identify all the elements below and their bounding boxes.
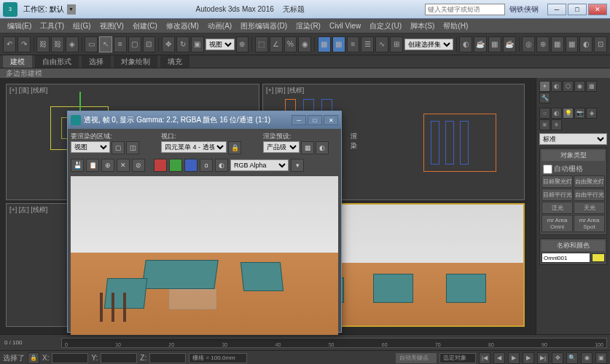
display-tab[interactable]: ▦ [586, 81, 597, 92]
autogrid-checkbox[interactable] [543, 165, 552, 174]
clear-button[interactable]: ⊘ [132, 159, 145, 172]
snap-button[interactable]: ⬚ [255, 36, 268, 52]
layers-button[interactable]: ☰ [361, 36, 374, 52]
green-channel-button[interactable] [169, 159, 182, 172]
copy-img-button[interactable]: 📋 [86, 159, 99, 172]
move-button[interactable]: ✥ [162, 36, 175, 52]
menu-Civil View[interactable]: Civil View [325, 22, 365, 30]
maximize-button[interactable]: □ [568, 4, 587, 15]
nav-max-button[interactable]: ▣ [595, 352, 607, 364]
menu-帮助(H)[interactable]: 帮助(H) [439, 21, 472, 31]
helpers-subtab[interactable]: ◈ [586, 108, 597, 119]
skylight-button[interactable]: 天光 [574, 202, 605, 214]
menu-工具(T)[interactable]: 工具(T) [36, 21, 69, 31]
tool3-button[interactable]: ▦ [551, 36, 564, 52]
blue-channel-button[interactable] [184, 159, 198, 172]
menu-渲染(R)[interactable]: 渲染(R) [292, 21, 325, 31]
ribbon-tab-3[interactable]: 对象绘制 [114, 55, 157, 68]
play-next-button[interactable]: ▶ [523, 352, 534, 364]
x-coord-field[interactable] [52, 353, 88, 363]
nav-zoom-button[interactable]: 🔍 [566, 352, 578, 364]
object-type-header[interactable]: 对象类型 [541, 150, 605, 161]
render-viewport-dropdown[interactable]: 四元菜单 4 - 透视 [161, 141, 227, 153]
shapes-subtab[interactable]: ◐ [551, 108, 562, 119]
play-end-button[interactable]: ▶| [537, 352, 549, 364]
nav-orbit-button[interactable]: ◉ [581, 352, 593, 364]
window-crossing-button[interactable]: ⊡ [143, 36, 156, 52]
named-selection-dropdown[interactable]: 创建选择集 [404, 39, 453, 50]
category-dropdown[interactable]: 标准 [539, 133, 607, 145]
play-start-button[interactable]: |◀ [479, 352, 490, 364]
percent-snap-button[interactable]: % [284, 36, 297, 52]
target-spot-button[interactable]: 目标聚光灯 [541, 175, 573, 188]
object-name-input[interactable] [541, 253, 590, 263]
cameras-subtab[interactable]: 📷 [574, 108, 585, 119]
align-button[interactable]: ≡ [347, 36, 360, 52]
bind-button[interactable]: ◈ [66, 36, 79, 52]
spinner-snap-button[interactable]: ◉ [298, 36, 311, 52]
select-region-button[interactable]: ▢ [128, 36, 141, 52]
coord-system-dropdown[interactable]: 视图 [206, 39, 235, 50]
spacewarps-subtab[interactable]: ≋ [539, 119, 550, 130]
tool4-button[interactable]: ▦ [566, 36, 579, 52]
ch-btn[interactable]: ▾ [291, 159, 304, 172]
close-button[interactable]: ✕ [588, 4, 607, 15]
tool6-button[interactable]: ⊡ [594, 36, 607, 52]
red-channel-button[interactable] [154, 159, 167, 172]
object-color-swatch[interactable] [592, 253, 605, 262]
area-btn2[interactable]: ◫ [126, 141, 139, 154]
modify-tab[interactable]: ◐ [551, 81, 562, 92]
minimize-button[interactable]: ─ [547, 4, 566, 15]
curve-editor-button[interactable]: ∿ [375, 36, 388, 52]
render-frame-button[interactable]: ▦ [488, 36, 501, 52]
menu-修改器(M)[interactable]: 修改器(M) [162, 21, 203, 31]
preset-btn2[interactable]: ◐ [316, 141, 329, 154]
menu-图形编辑器(D)[interactable]: 图形编辑器(D) [236, 21, 292, 31]
rotate-button[interactable]: ↻ [176, 36, 189, 52]
render-preset-dropdown[interactable]: 产品级 [263, 141, 300, 153]
ribbon-tab-4[interactable]: 填充 [160, 55, 189, 68]
mirror-button[interactable]: ▦ [332, 36, 345, 52]
ribbon-body[interactable]: 多边形建模 [0, 68, 610, 78]
lights-subtab[interactable]: 💡 [563, 108, 574, 119]
omni-button[interactable]: 泛光 [541, 202, 573, 214]
menu-动画(A)[interactable]: 动画(A) [203, 21, 236, 31]
user-label[interactable]: 钢铁侠钢 [509, 4, 539, 15]
ribbon-tab-1[interactable]: 自由形式 [35, 55, 79, 68]
render-setup-button[interactable]: ☕ [474, 36, 487, 52]
render-max-button[interactable]: □ [308, 115, 322, 125]
vp-lock-button[interactable]: 🔒 [228, 141, 241, 154]
scale-button[interactable]: ▣ [191, 36, 204, 52]
render-close-button[interactable]: ✕ [324, 115, 338, 125]
render-button[interactable]: ☕ [503, 36, 516, 52]
pivot-button[interactable]: ⊕ [236, 36, 249, 52]
name-color-header[interactable]: 名称和颜色 [541, 240, 605, 251]
channel-dropdown[interactable]: RGB Alpha [230, 159, 289, 171]
autokey-button[interactable]: 自动关键点 [396, 353, 437, 363]
ribbon-tab-0[interactable]: 建模 [3, 55, 32, 68]
z-coord-field[interactable] [149, 353, 186, 363]
free-direct-button[interactable]: 自由平行光 [574, 189, 605, 201]
play-button[interactable]: ▶ [508, 352, 520, 364]
create-tab[interactable]: ✦ [539, 81, 550, 92]
print-button[interactable]: ✕ [117, 159, 130, 172]
tool5-button[interactable]: ◐ [579, 36, 593, 52]
nav-pan-button[interactable]: ✥ [552, 352, 563, 364]
menu-自定义(U)[interactable]: 自定义(U) [365, 21, 406, 31]
systems-subtab[interactable]: ✳ [551, 119, 562, 130]
redo-button[interactable]: ↷ [17, 36, 31, 52]
target-direct-button[interactable]: 目标平行光 [541, 189, 573, 201]
render-area-dropdown[interactable]: 视图 [71, 141, 110, 153]
preset-btn1[interactable]: ▦ [301, 141, 314, 154]
render-min-button[interactable]: ─ [292, 115, 306, 125]
area-btn1[interactable]: ▢ [112, 141, 125, 154]
lock-button[interactable]: 🔒 [28, 352, 39, 364]
tool2-button[interactable]: ⊕ [536, 36, 550, 52]
select-object-button[interactable]: ↖ [99, 36, 112, 52]
hierarchy-tab[interactable]: ⬡ [563, 81, 574, 92]
motion-tab[interactable]: ◉ [574, 81, 585, 92]
mr-spot-button[interactable]: mr Area Spot [574, 215, 605, 232]
undo-button[interactable]: ↶ [3, 36, 16, 52]
play-prev-button[interactable]: ◀ [493, 352, 505, 364]
angle-snap-button[interactable]: ∠ [270, 36, 283, 52]
